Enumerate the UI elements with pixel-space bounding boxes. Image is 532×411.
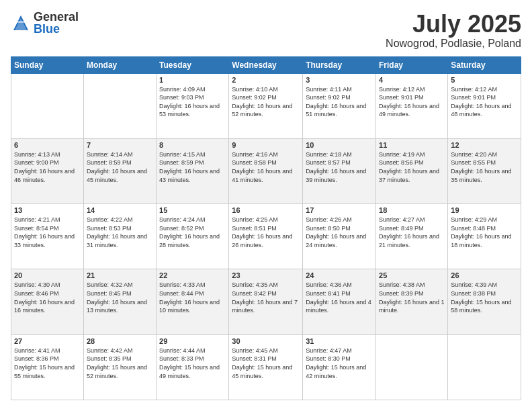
day-number: 20 [14, 271, 81, 279]
day-info: Sunrise: 4:11 AM Sunset: 9:02 PM Dayligh… [306, 85, 373, 119]
header-thursday: Thursday [303, 56, 376, 73]
day-info: Sunrise: 4:30 AM Sunset: 8:46 PM Dayligh… [14, 281, 81, 314]
day-number: 25 [379, 271, 445, 279]
day-number: 11 [379, 141, 445, 149]
calendar-cell: 23Sunrise: 4:35 AM Sunset: 8:42 PM Dayli… [229, 269, 303, 334]
day-number: 24 [306, 271, 373, 279]
calendar-cell: 18Sunrise: 4:27 AM Sunset: 8:49 PM Dayli… [376, 204, 448, 269]
calendar-cell: 6Sunrise: 4:13 AM Sunset: 9:00 PM Daylig… [11, 138, 84, 203]
page: General Blue July 2025 Nowogrod, Podlasi… [0, 0, 532, 411]
calendar-cell: 14Sunrise: 4:22 AM Sunset: 8:53 PM Dayli… [83, 204, 156, 269]
day-number: 1 [159, 76, 226, 84]
header-monday: Monday [83, 56, 156, 73]
day-number: 12 [451, 141, 518, 149]
day-info: Sunrise: 4:42 AM Sunset: 8:35 PM Dayligh… [87, 347, 153, 380]
day-number: 23 [232, 271, 300, 279]
day-number: 29 [159, 337, 226, 345]
calendar-week-4: 20Sunrise: 4:30 AM Sunset: 8:46 PM Dayli… [11, 269, 521, 334]
day-info: Sunrise: 4:12 AM Sunset: 9:01 PM Dayligh… [451, 85, 518, 119]
day-number: 26 [451, 271, 518, 279]
title-block: July 2025 Nowogrod, Podlasie, Poland [386, 11, 521, 50]
calendar-cell [83, 73, 156, 138]
day-number: 6 [14, 141, 81, 149]
day-number: 17 [306, 206, 373, 214]
calendar-cell: 12Sunrise: 4:20 AM Sunset: 8:55 PM Dayli… [448, 138, 521, 203]
day-info: Sunrise: 4:09 AM Sunset: 9:03 PM Dayligh… [159, 85, 226, 119]
day-info: Sunrise: 4:39 AM Sunset: 8:38 PM Dayligh… [451, 281, 518, 314]
day-info: Sunrise: 4:13 AM Sunset: 9:00 PM Dayligh… [14, 150, 81, 184]
calendar-cell: 19Sunrise: 4:29 AM Sunset: 8:48 PM Dayli… [448, 204, 521, 269]
subtitle: Nowogrod, Podlasie, Poland [386, 38, 521, 50]
day-number: 9 [232, 141, 300, 149]
logo-icon [11, 13, 31, 33]
day-info: Sunrise: 4:22 AM Sunset: 8:53 PM Dayligh… [87, 216, 153, 249]
day-info: Sunrise: 4:25 AM Sunset: 8:51 PM Dayligh… [232, 216, 300, 249]
day-info: Sunrise: 4:12 AM Sunset: 9:01 PM Dayligh… [379, 85, 445, 119]
calendar-cell: 9Sunrise: 4:16 AM Sunset: 8:58 PM Daylig… [229, 138, 303, 203]
calendar-cell: 5Sunrise: 4:12 AM Sunset: 9:01 PM Daylig… [448, 73, 521, 138]
calendar-cell: 27Sunrise: 4:41 AM Sunset: 8:36 PM Dayli… [11, 334, 84, 400]
logo-blue: Blue [34, 23, 79, 35]
day-info: Sunrise: 4:41 AM Sunset: 8:36 PM Dayligh… [14, 347, 81, 380]
logo-text: General Blue [34, 11, 79, 35]
calendar-cell: 24Sunrise: 4:36 AM Sunset: 8:41 PM Dayli… [303, 269, 376, 334]
logo: General Blue [11, 11, 79, 35]
day-number: 22 [159, 271, 226, 279]
day-number: 31 [306, 337, 373, 345]
calendar-header-row: Sunday Monday Tuesday Wednesday Thursday… [11, 56, 521, 73]
calendar-cell [448, 334, 521, 400]
day-info: Sunrise: 4:32 AM Sunset: 8:45 PM Dayligh… [87, 281, 153, 314]
calendar-cell: 7Sunrise: 4:14 AM Sunset: 8:59 PM Daylig… [83, 138, 156, 203]
calendar-cell: 4Sunrise: 4:12 AM Sunset: 9:01 PM Daylig… [376, 73, 448, 138]
day-info: Sunrise: 4:45 AM Sunset: 8:31 PM Dayligh… [232, 347, 300, 380]
logo-general: General [34, 11, 79, 23]
day-info: Sunrise: 4:29 AM Sunset: 8:48 PM Dayligh… [451, 216, 518, 249]
day-number: 15 [159, 206, 226, 214]
day-number: 28 [87, 337, 153, 345]
day-number: 21 [87, 271, 153, 279]
day-info: Sunrise: 4:44 AM Sunset: 8:33 PM Dayligh… [159, 347, 226, 380]
calendar-cell: 16Sunrise: 4:25 AM Sunset: 8:51 PM Dayli… [229, 204, 303, 269]
header-saturday: Saturday [448, 56, 521, 73]
svg-rect-2 [16, 21, 26, 23]
calendar-week-2: 6Sunrise: 4:13 AM Sunset: 9:00 PM Daylig… [11, 138, 521, 203]
day-number: 10 [306, 141, 373, 149]
day-info: Sunrise: 4:10 AM Sunset: 9:02 PM Dayligh… [232, 85, 300, 119]
calendar-cell: 8Sunrise: 4:15 AM Sunset: 8:59 PM Daylig… [157, 138, 229, 203]
day-info: Sunrise: 4:14 AM Sunset: 8:59 PM Dayligh… [87, 150, 153, 184]
header-wednesday: Wednesday [229, 56, 303, 73]
day-info: Sunrise: 4:38 AM Sunset: 8:39 PM Dayligh… [379, 281, 445, 314]
calendar-cell [11, 73, 84, 138]
calendar-week-3: 13Sunrise: 4:21 AM Sunset: 8:54 PM Dayli… [11, 204, 521, 269]
day-info: Sunrise: 4:21 AM Sunset: 8:54 PM Dayligh… [14, 216, 81, 249]
day-number: 19 [451, 206, 518, 214]
day-info: Sunrise: 4:36 AM Sunset: 8:41 PM Dayligh… [306, 281, 373, 314]
calendar-cell: 21Sunrise: 4:32 AM Sunset: 8:45 PM Dayli… [83, 269, 156, 334]
day-number: 5 [451, 76, 518, 84]
day-info: Sunrise: 4:24 AM Sunset: 8:52 PM Dayligh… [159, 216, 226, 249]
calendar-cell: 17Sunrise: 4:26 AM Sunset: 8:50 PM Dayli… [303, 204, 376, 269]
calendar-cell: 15Sunrise: 4:24 AM Sunset: 8:52 PM Dayli… [157, 204, 229, 269]
header-tuesday: Tuesday [157, 56, 229, 73]
day-number: 8 [159, 141, 226, 149]
calendar-cell: 2Sunrise: 4:10 AM Sunset: 9:02 PM Daylig… [229, 73, 303, 138]
calendar-table: Sunday Monday Tuesday Wednesday Thursday… [11, 56, 521, 400]
day-number: 14 [87, 206, 153, 214]
calendar-cell: 22Sunrise: 4:33 AM Sunset: 8:44 PM Dayli… [157, 269, 229, 334]
day-info: Sunrise: 4:15 AM Sunset: 8:59 PM Dayligh… [159, 150, 226, 184]
day-number: 27 [14, 337, 81, 345]
header-friday: Friday [376, 56, 448, 73]
day-number: 13 [14, 206, 81, 214]
day-number: 18 [379, 206, 445, 214]
day-info: Sunrise: 4:20 AM Sunset: 8:55 PM Dayligh… [451, 150, 518, 184]
calendar-cell: 13Sunrise: 4:21 AM Sunset: 8:54 PM Dayli… [11, 204, 84, 269]
calendar-cell: 25Sunrise: 4:38 AM Sunset: 8:39 PM Dayli… [376, 269, 448, 334]
day-info: Sunrise: 4:16 AM Sunset: 8:58 PM Dayligh… [232, 150, 300, 184]
calendar-cell: 31Sunrise: 4:47 AM Sunset: 8:30 PM Dayli… [303, 334, 376, 400]
calendar-cell: 3Sunrise: 4:11 AM Sunset: 9:02 PM Daylig… [303, 73, 376, 138]
calendar-cell: 26Sunrise: 4:39 AM Sunset: 8:38 PM Dayli… [448, 269, 521, 334]
day-number: 16 [232, 206, 300, 214]
header-sunday: Sunday [11, 56, 84, 73]
calendar-cell: 29Sunrise: 4:44 AM Sunset: 8:33 PM Dayli… [157, 334, 229, 400]
day-info: Sunrise: 4:27 AM Sunset: 8:49 PM Dayligh… [379, 216, 445, 249]
